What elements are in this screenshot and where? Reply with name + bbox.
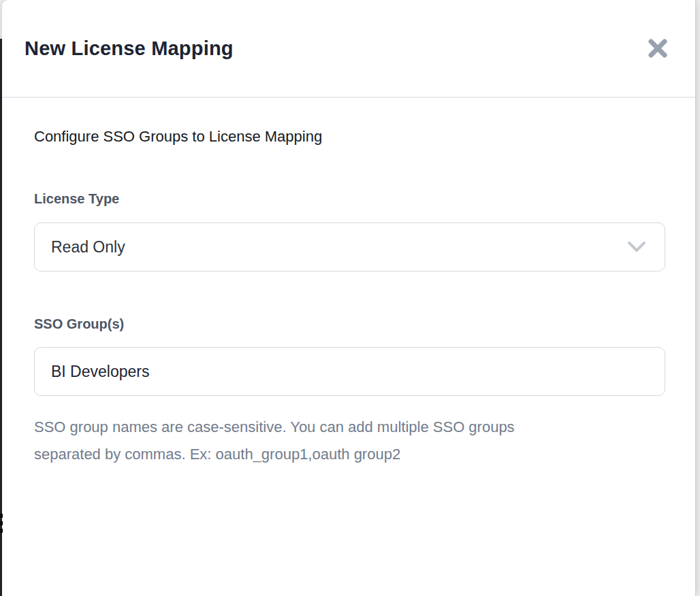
modal-subtitle: Configure SSO Groups to License Mapping bbox=[34, 128, 665, 146]
new-license-mapping-modal: New License Mapping Configure SSO Groups… bbox=[2, 0, 696, 596]
chevron-down-icon bbox=[627, 241, 646, 253]
sso-groups-label: SSO Group(s) bbox=[34, 316, 665, 332]
page-background: New License Mapping Configure SSO Groups… bbox=[0, 0, 700, 596]
license-type-select[interactable]: Read Only bbox=[34, 222, 665, 271]
modal-body: Configure SSO Groups to License Mapping … bbox=[2, 98, 695, 468]
license-type-label: License Type bbox=[34, 191, 665, 207]
close-button[interactable] bbox=[643, 33, 673, 63]
close-icon bbox=[647, 37, 669, 59]
modal-header: New License Mapping bbox=[2, 0, 695, 98]
sso-groups-hint: SSO group names are case-sensitive. You … bbox=[34, 414, 665, 468]
modal-title: New License Mapping bbox=[25, 37, 234, 60]
sso-groups-input[interactable] bbox=[34, 347, 665, 396]
clipped-background-text bbox=[0, 514, 3, 533]
license-type-selected-value: Read Only bbox=[51, 238, 125, 256]
